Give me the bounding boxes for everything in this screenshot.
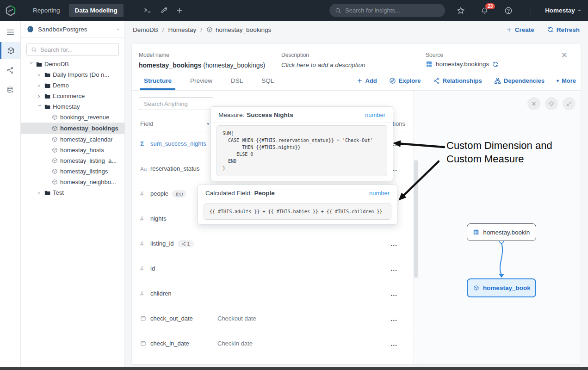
field-row-children[interactable]: # children ... — [132, 281, 419, 306]
tree-folder-daily-imports[interactable]: › Daily Imports (Do n... — [21, 69, 124, 80]
diagram-close-icon[interactable]: ✕ — [527, 97, 540, 110]
tab-sql[interactable]: SQL — [258, 76, 278, 88]
add-button[interactable]: Add — [357, 77, 377, 84]
row-actions-button[interactable]: ... — [390, 265, 397, 272]
favorites-star-icon[interactable] — [457, 6, 465, 15]
workspace-menu[interactable]: Homestay › — [545, 7, 581, 14]
rail-relationships-icon[interactable] — [0, 62, 20, 79]
rail-add-datasource-icon[interactable] — [0, 81, 20, 98]
tab-dsl[interactable]: DSL — [227, 76, 247, 88]
nav-tab-data-modeling[interactable]: Data Modeling — [69, 4, 124, 17]
bottom-window-edge — [0, 367, 588, 370]
tree-model-homestay-listing-a[interactable]: homestay_listing_a... — [21, 155, 124, 166]
field-row-check-out-date[interactable]: check_out_date Checkout date ... — [132, 306, 419, 331]
field-search-input[interactable]: Search Anything — [139, 97, 213, 110]
breadcrumb-model[interactable]: homestay_bookings — [206, 26, 271, 33]
field-row-id[interactable]: # id ... — [132, 256, 419, 281]
chevron-right-icon[interactable]: › — [38, 82, 42, 88]
datasource-selector[interactable]: SandboxPostgres › — [21, 21, 124, 38]
tree-model-homestay-bookings[interactable]: homestay_bookings — [21, 123, 124, 134]
field-description: Checkout date — [217, 315, 256, 322]
sidebar-search-placeholder: Search for... — [40, 46, 73, 53]
tools-wrench-icon[interactable] — [160, 7, 167, 14]
chevron-down-icon[interactable]: › — [37, 105, 43, 109]
model-name-block: Model name homestay_bookings (homestay_b… — [139, 52, 265, 69]
description-label: Description — [281, 52, 365, 58]
row-actions-button[interactable]: ... — [390, 290, 397, 297]
folder-icon — [44, 83, 50, 88]
tree-folder-demo[interactable]: › Demo — [21, 80, 124, 91]
model-node[interactable]: homestay_booki... — [467, 278, 536, 297]
tree-model-homestay-neighbo[interactable]: homestay_neighbo... — [21, 177, 124, 187]
sidebar-search-input[interactable]: Search for... — [26, 43, 119, 56]
model-tree: › DemoDB › Daily Imports (Do n... › Demo… — [21, 59, 124, 198]
refresh-button[interactable]: Refresh — [547, 26, 580, 33]
dependencies-icon — [494, 77, 501, 84]
chevron-right-icon[interactable]: › — [38, 93, 42, 99]
relationships-button[interactable]: Relationships — [433, 77, 482, 84]
rail-models-cube-icon[interactable] — [0, 42, 20, 59]
refresh-source-icon[interactable] — [492, 61, 499, 68]
tree-model-homestay-hosts[interactable]: homestay_hosts — [21, 145, 124, 155]
database-table-icon — [473, 228, 479, 236]
source-table-name[interactable]: homestay.bookings — [436, 61, 489, 68]
postgres-icon — [26, 25, 34, 33]
model-cube-icon — [52, 179, 58, 185]
holistics-logo-icon[interactable] — [5, 5, 17, 17]
tree-model-homestay-listings[interactable]: homestay_listings — [21, 166, 124, 177]
notifications-bell-icon[interactable]: 23 — [481, 6, 489, 15]
explore-button[interactable]: Explore — [389, 77, 421, 84]
nav-tab-reporting[interactable]: Reporting — [27, 4, 66, 17]
more-button[interactable]: ▾ More — [557, 77, 576, 84]
create-button[interactable]: Create — [506, 26, 534, 33]
tree-folder-demodb[interactable]: › DemoDB — [21, 59, 124, 69]
refresh-icon — [547, 26, 554, 33]
source-table-node[interactable]: homestay.bookings — [467, 223, 536, 241]
help-icon[interactable] — [504, 6, 513, 15]
field-row-check-in-date[interactable]: check_in_date Checkin date ... — [132, 331, 419, 356]
relationship-count-badge[interactable]: 1 — [178, 240, 194, 247]
chevron-down-icon[interactable]: › — [29, 62, 35, 66]
row-actions-button[interactable]: ... — [390, 340, 397, 347]
tab-preview[interactable]: Preview — [186, 76, 216, 88]
tab-structure[interactable]: Structure — [140, 76, 175, 90]
field-row-listing-id[interactable]: # listing_id 1 ... — [132, 231, 419, 256]
explore-compass-icon — [389, 77, 396, 84]
tree-folder-homestay[interactable]: › Homestay — [21, 101, 124, 112]
close-icon[interactable]: ✕ — [561, 51, 568, 59]
popover-kind-label: Measure: — [218, 111, 244, 118]
breadcrumb-homestay[interactable]: Homestay — [168, 26, 197, 33]
search-icon — [31, 47, 37, 53]
number-type-icon: # — [140, 290, 150, 297]
tree-folder-test[interactable]: › Test — [21, 187, 124, 198]
description-placeholder[interactable]: Click here to add a description — [281, 62, 365, 68]
scrollbar-thumb[interactable] — [414, 160, 418, 278]
popover-field-name: People — [254, 190, 275, 197]
model-cube-icon — [473, 284, 479, 291]
diagram-center-icon[interactable] — [545, 97, 558, 110]
chevron-right-icon[interactable]: › — [38, 190, 42, 196]
model-source-block: Source homestay.bookings — [426, 52, 499, 68]
sql-runner-terminal-icon[interactable] — [144, 7, 152, 14]
calendar-icon — [140, 340, 150, 346]
fieldlist-scrollbar-track[interactable] — [413, 91, 419, 364]
measure-code-block: SUM( CASE WHEN {{#THIS.reservation_statu… — [217, 125, 387, 176]
add-new-icon[interactable] — [176, 7, 183, 14]
number-type-icon: # — [140, 215, 150, 222]
row-actions-button[interactable]: ... — [390, 240, 397, 247]
breadcrumb-demodb[interactable]: DemoDB — [133, 26, 158, 33]
dependencies-button[interactable]: Dependencies — [494, 77, 545, 84]
row-actions-button[interactable]: ... — [390, 315, 397, 322]
database-table-icon — [426, 61, 433, 68]
annotation-text: Custom Dimension and Custom Measure — [446, 139, 566, 166]
sort-caret-icon[interactable]: ▾ — [207, 121, 209, 126]
calculated-field-popover: Calculated Field: People number {{ #THIS… — [198, 185, 397, 225]
collapse-menu-icon[interactable] — [0, 24, 20, 40]
tree-model-bookings-revenue[interactable]: bookings_revenue — [21, 112, 124, 123]
tree-folder-ecommerce[interactable]: › Ecommerce — [21, 91, 124, 101]
chevron-right-icon[interactable]: › — [38, 72, 42, 78]
tree-model-homestay-calendar[interactable]: homestay_calendar — [21, 134, 124, 145]
global-search-input[interactable]: Search for insights... — [329, 4, 445, 17]
diagram-expand-icon[interactable] — [563, 97, 576, 110]
left-icon-rail — [0, 21, 21, 370]
